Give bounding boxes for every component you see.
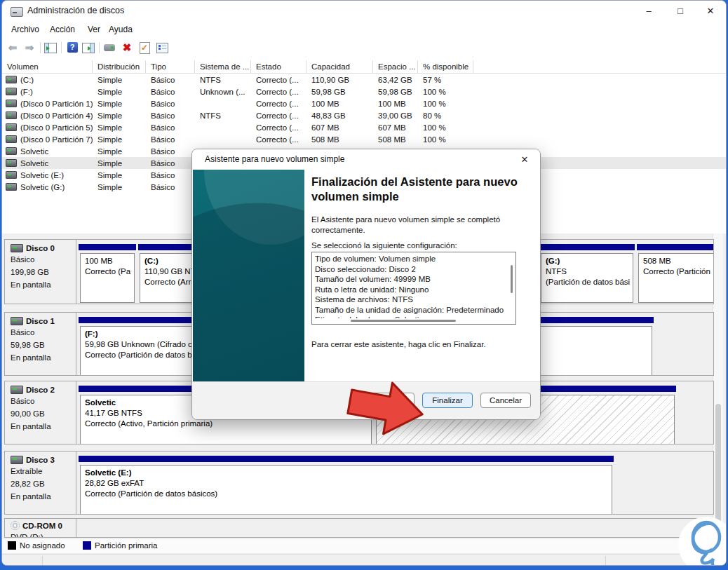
setting-item: Tamaño de la unidad de asignación: Prede… <box>315 305 507 315</box>
settings-label: Se seleccionó la siguiente configuración… <box>311 241 457 250</box>
menu-ver[interactable]: Ver <box>88 25 100 34</box>
minimize-button[interactable]: – <box>635 2 663 20</box>
wizard-heading: Finalización del Asistente para nuevo vo… <box>311 175 525 204</box>
volume-icon <box>6 159 17 167</box>
volume-icon <box>6 123 17 131</box>
volume-icon <box>6 111 17 119</box>
check-document-icon[interactable]: ✓ <box>137 41 151 55</box>
col-capacidad[interactable]: Capacidad <box>306 60 373 73</box>
screen: Administración de discos – □ ✕ Archivo A… <box>0 0 728 570</box>
disk-row-disco3: Disco 3 Extraíble 28,82 GB En pantalla S… <box>4 451 714 515</box>
table-row[interactable]: (Disco 0 Partición 1) Simple Básico Corr… <box>2 97 726 109</box>
setting-item: Disco seleccionado: Disco 2 <box>315 264 507 275</box>
setting-item: Tamaño del volumen: 49999 MB <box>315 274 507 285</box>
menu-archivo[interactable]: Archivo <box>11 25 39 34</box>
dialog-title: Asistente para nuevo volumen simple <box>205 154 344 164</box>
setting-item: Tipo de volumen: Volumen simple <box>315 254 507 264</box>
legend-swatch-primary <box>83 541 91 550</box>
forward-icon[interactable]: ⇒ <box>22 41 36 55</box>
volume-icon <box>6 147 17 155</box>
app-icon <box>11 7 23 17</box>
listbox-hscrollbar[interactable] <box>351 320 456 322</box>
titlebar: Administración de discos – □ ✕ <box>2 1 726 22</box>
partition[interactable]: 100 MB Correcto (Pa <box>79 244 136 303</box>
close-hint: Para cerrar este asistente, haga clic en… <box>311 340 486 348</box>
menu-accion[interactable]: Acción <box>50 25 75 34</box>
listbox-vscrollbar[interactable] <box>511 265 513 293</box>
window-title: Administración de discos <box>27 6 124 15</box>
disk-label-disco0[interactable]: Disco 0 Básico 199,98 GB En pantalla <box>5 240 76 304</box>
col-disponible[interactable]: % disponible <box>418 60 473 73</box>
menu-ayuda[interactable]: Ayuda <box>109 25 133 34</box>
col-estado[interactable]: Estado <box>251 60 306 73</box>
volume-icon <box>6 135 17 143</box>
legend-label-primary: Partición primaria <box>95 541 157 550</box>
vertical-scrollbar[interactable] <box>713 233 723 537</box>
col-tipo[interactable]: Tipo <box>146 60 195 73</box>
volume-icon <box>6 171 17 179</box>
maximize-button[interactable]: □ <box>666 2 694 20</box>
col-volumen[interactable]: Volumen <box>2 60 93 73</box>
close-button[interactable]: ✕ <box>696 2 724 20</box>
col-espacio[interactable]: Espacio ... <box>373 60 418 73</box>
cancel-button[interactable]: Cancelar <box>480 393 531 408</box>
table-row[interactable]: (F:) Simple Básico Unknown (... Correcto… <box>2 86 726 97</box>
setting-item: Sistema de archivos: NTFS <box>315 294 507 305</box>
col-distribucion[interactable]: Distribución <box>93 60 146 73</box>
wizard-banner <box>193 170 304 384</box>
volume-icon <box>6 88 17 95</box>
setting-item: Ruta o letra de unidad: Ninguno <box>315 285 507 295</box>
volume-icon <box>6 100 17 107</box>
dialog-close-icon[interactable]: ✕ <box>516 152 533 168</box>
legend-swatch-unallocated <box>8 541 16 550</box>
disk-icon <box>11 456 23 464</box>
dialog-titlebar: Asistente para nuevo volumen simple ✕ <box>192 149 540 170</box>
help-icon[interactable]: ? <box>65 41 79 55</box>
disk-label-cdrom0[interactable]: CD-ROM 0 DVD (D:) <box>5 519 76 537</box>
toolbar: ⇐ ⇒ ? ✖ ✓ <box>2 39 726 57</box>
legend-label-unallocated: No asignado <box>20 541 65 550</box>
menubar: Archivo Acción Ver Ayuda <box>2 22 726 39</box>
console-tree-icon[interactable] <box>43 41 58 55</box>
delete-partition-icon[interactable]: ✖ <box>120 41 134 55</box>
volume-icon <box>6 76 17 83</box>
status-bar <box>2 554 726 566</box>
action-pane-icon[interactable] <box>81 41 95 55</box>
partition[interactable]: Solvetic (E:) 28,82 GB exFAT Correcto (P… <box>79 456 614 515</box>
finish-button[interactable]: Finalizar <box>422 393 473 408</box>
back-icon[interactable]: ⇐ <box>6 41 20 55</box>
disk-row-cdrom0: CD-ROM 0 DVD (D:) <box>4 518 714 538</box>
table-row[interactable]: (C:) Simple Básico NTFS Correcto (... 11… <box>2 74 726 86</box>
disk-label-disco2[interactable]: Disco 2 Básico 90,00 GB En pantalla <box>5 381 76 444</box>
col-sistema[interactable]: Sistema de ... <box>195 60 251 73</box>
cdrom-icon <box>11 521 20 530</box>
disk-icon <box>11 386 23 394</box>
table-row[interactable]: (Disco 0 Partición 5) Simple Básico Corr… <box>2 121 726 133</box>
table-row[interactable]: (Disco 0 Partición 7) Simple Básico Corr… <box>2 133 726 145</box>
listview-header: Volumen Distribución Tipo Sistema de ...… <box>2 60 726 74</box>
volume-icon <box>6 183 17 191</box>
table-row[interactable]: (Disco 0 Partición 4) Simple Básico NTFS… <box>2 109 726 121</box>
settings-list: Tipo de volumen: Volumen simple Disco se… <box>315 254 507 318</box>
task-list-icon[interactable] <box>155 41 169 55</box>
settings-listbox[interactable]: Tipo de volumen: Volumen simple Disco se… <box>311 252 516 325</box>
legend-bar: No asignado Partición primaria <box>2 539 717 553</box>
disk-icon <box>11 244 23 252</box>
disk-label-disco1[interactable]: Disco 1 Básico 59,98 GB En pantalla <box>5 313 76 375</box>
setting-item: Etiqueta del volumen: Solvetic <box>315 315 507 318</box>
wizard-intro: El Asistente para nuevo volumen simple s… <box>311 215 529 236</box>
partition[interactable]: 508 MB Correcto (Partición <box>637 244 714 303</box>
disk-label-disco3[interactable]: Disco 3 Extraíble 28,82 GB En pantalla <box>5 452 76 514</box>
partition[interactable]: (G:) NTFS (Partición de datos bási <box>539 244 635 303</box>
disk-management-window: Administración de discos – □ ✕ Archivo A… <box>1 0 727 566</box>
properties-icon[interactable] <box>102 41 116 55</box>
scrollbar-thumb[interactable] <box>715 404 721 534</box>
disk-icon <box>11 317 23 325</box>
